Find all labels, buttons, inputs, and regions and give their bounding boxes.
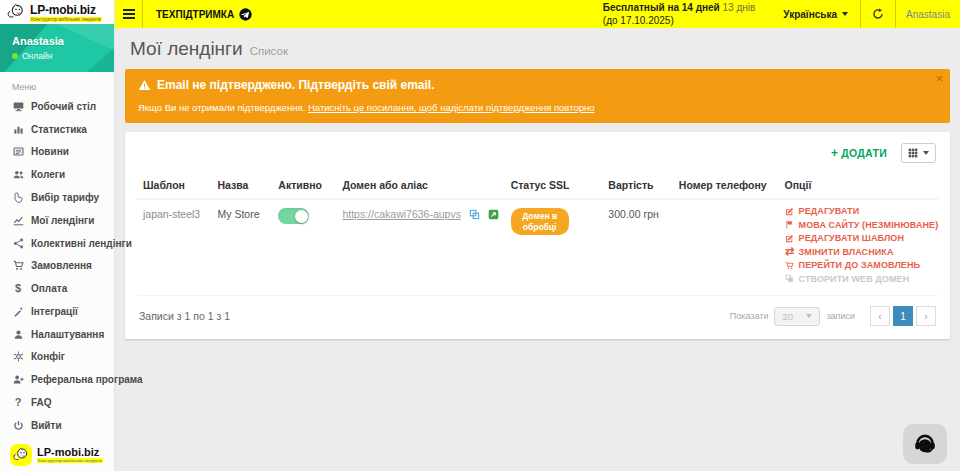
sidebar-item-logout[interactable]: Вийти — [0, 414, 114, 437]
sidebar-item-label: Налаштування — [31, 329, 104, 340]
edit-icon — [785, 206, 795, 216]
chevron-down-icon — [806, 314, 812, 318]
sidebar-item-my-landings[interactable]: Мої лендінги — [0, 209, 114, 232]
brand-tagline: Конструктор мобільних лендінгів — [37, 458, 103, 463]
main-content: Мої лендінги Список × Email не підтвердж… — [115, 28, 960, 471]
newspaper-icon — [12, 146, 24, 158]
option-edit[interactable]: РЕДАГУВАТИ — [785, 206, 932, 216]
sidebar-item-label: Замовлення — [31, 260, 92, 271]
power-icon — [12, 419, 24, 431]
page-size-select[interactable]: 20 — [774, 307, 820, 326]
brand-name: LP-mobi.biz — [30, 3, 102, 17]
sidebar: LP-mobi.biz Конструктор мобільних лендін… — [0, 0, 115, 471]
column-header: Опції — [779, 173, 938, 199]
sidebar-item-payment[interactable]: $Оплата — [0, 277, 114, 300]
chart-line-icon — [12, 214, 24, 226]
trial-info: Бесплатный на 14 дней 13 днів (до 17.10.… — [603, 1, 772, 27]
sidebar-item-collective-landings[interactable]: Колективні лендінги — [0, 232, 114, 255]
support-chat-button[interactable] — [903, 424, 947, 464]
brand-logo[interactable]: LP-mobi.biz Конструктор мобільних лендін… — [0, 0, 114, 24]
pagination: ‹ 1 › — [870, 306, 936, 326]
option-go-to-orders[interactable]: ПЕРЕЙТИ ДО ЗАМОВЛЕНЬ — [785, 260, 932, 270]
column-header: Вартість — [602, 173, 672, 199]
language-label: Українська — [783, 9, 837, 20]
email-alert: × Email не підтверджено. Підтвердіть сві… — [125, 69, 950, 123]
show-label: Показати — [730, 311, 769, 321]
prev-page-button[interactable]: ‹ — [870, 306, 890, 326]
support-link[interactable]: ТЕХПІДТРИМКА — [143, 0, 265, 28]
desktop-icon — [12, 100, 24, 112]
sidebar-item-faq[interactable]: ?FAQ — [0, 391, 114, 414]
column-header: Домен або аліас — [336, 173, 504, 199]
sidebar-item-label: Конфіг — [31, 351, 65, 362]
option-change-owner[interactable]: ⇄ЗМІНИТИ ВЛАСНИКА — [785, 247, 932, 257]
sidebar-item-colleagues[interactable]: Колеги — [0, 163, 114, 186]
sidebar-item-tariff[interactable]: Вибір тарифу — [0, 186, 114, 209]
sidebar-item-label: Колеги — [31, 169, 65, 180]
gears-icon — [12, 351, 24, 363]
refresh-button[interactable] — [861, 0, 895, 28]
active-toggle[interactable] — [278, 208, 309, 224]
page-subtitle: Список — [250, 45, 288, 57]
resend-confirmation-link[interactable]: Натисніть це посилання, щоб надіслати пі… — [308, 102, 595, 113]
sidebar-item-label: Оплата — [31, 283, 67, 294]
option-label: РЕДАГУВАТИ — [799, 206, 860, 216]
sidebar-item-news[interactable]: Новини — [0, 141, 114, 164]
sidebar-item-label: Колективні лендінги — [31, 238, 132, 249]
column-header: Назва — [211, 173, 272, 199]
plus-icon: + — [831, 146, 838, 160]
records-summary: Записи з 1 по 1 з 1 — [139, 310, 230, 322]
landings-card: + ДОДАТИ ШаблонНазваАктивноДомен або алі… — [125, 132, 950, 339]
flag-icon — [785, 220, 795, 230]
view-options-button[interactable] — [901, 143, 936, 163]
table-header-row: ШаблонНазваАктивноДомен або аліасСтатус … — [137, 173, 938, 199]
sidebar-item-label: Вибір тарифу — [31, 192, 99, 203]
sidebar-user-panel: Anastasia Онлайн — [0, 24, 114, 72]
page-title: Мої лендінги — [130, 38, 243, 60]
option-label: МОВА САЙТУ (НЕЗМІНЮВАНЕ) — [799, 220, 939, 230]
share-icon — [12, 237, 24, 249]
cell-domain: https://cakawi7636-aupvs-com-42 — [336, 199, 504, 296]
brand-logo-bottom[interactable]: LP-mobi.biz Конструктор мобільних лендін… — [0, 437, 114, 471]
topbar-username[interactable]: Anastasia — [896, 0, 960, 28]
sidebar-item-settings[interactable]: Налаштування — [0, 323, 114, 346]
sidebar-item-label: Вийти — [31, 420, 62, 431]
dog-logo-icon — [10, 444, 32, 466]
sidebar-item-orders[interactable]: Замовлення — [0, 254, 114, 277]
cart-icon — [785, 260, 795, 270]
domain-link[interactable]: https://cakawi7636-aupvs-com-42 — [342, 208, 460, 220]
sidebar-item-desktop[interactable]: Робочий стіл — [0, 95, 114, 118]
sidebar-item-integrations[interactable]: Інтеграції — [0, 300, 114, 323]
trial-title: Бесплатный на 14 дней — [603, 2, 720, 13]
open-external-icon[interactable] — [488, 209, 499, 220]
brand-tagline: Конструктор мобільних лендінгів — [30, 17, 102, 22]
question-icon: ? — [12, 397, 24, 409]
sidebar-item-statistics[interactable]: Статистика — [0, 118, 114, 141]
sidebar-toggle-button[interactable] — [115, 0, 142, 28]
cell-name: My Store — [211, 199, 272, 296]
next-page-button[interactable]: › — [916, 306, 936, 326]
cell-phone — [673, 199, 779, 296]
page-size-value: 20 — [782, 311, 793, 322]
option-site-language[interactable]: МОВА САЙТУ (НЕЗМІНЮВАНЕ) — [785, 220, 932, 230]
sidebar-item-referral[interactable]: Реферальна програма — [0, 368, 114, 391]
sidebar-item-config[interactable]: Конфіг — [0, 346, 114, 369]
copy-domain-icon[interactable] — [469, 209, 480, 220]
user-status-label: Онлайн — [22, 51, 52, 61]
alert-close-button[interactable]: × — [935, 72, 943, 85]
add-landing-button[interactable]: + ДОДАТИ — [831, 146, 887, 160]
topbar: ТЕХПІДТРИМКА Бесплатный на 14 дней 13 дн… — [115, 0, 960, 28]
cell-active — [272, 199, 336, 296]
page-1-button[interactable]: 1 — [893, 306, 913, 326]
sidebar-menu: Робочий стілСтатистикаНовиниКолегиВибір … — [0, 95, 114, 437]
options-list: РЕДАГУВАТИМОВА САЙТУ (НЕЗМІНЮВАНЕ)РЕДАГУ… — [785, 206, 932, 284]
option-edit-template[interactable]: РЕДАГУВАТИ ШАБЛОН — [785, 233, 932, 243]
trial-until: (до 17.10.2025) — [603, 14, 756, 27]
brand-name: LP-mobi.biz — [37, 446, 103, 458]
language-dropdown[interactable]: Українська — [771, 0, 860, 28]
grid-icon — [908, 148, 918, 158]
chevron-down-icon — [842, 12, 848, 16]
cell-template: japan-steel3 — [137, 199, 211, 296]
column-header: Статус SSL — [505, 173, 603, 199]
magic-icon — [12, 305, 24, 317]
